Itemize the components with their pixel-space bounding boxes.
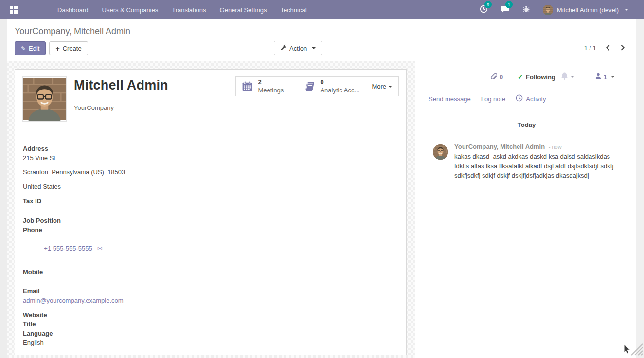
activity-label: Activity	[526, 95, 546, 103]
date-separator-label: Today	[518, 121, 536, 128]
mouse-cursor	[623, 344, 632, 357]
edit-button-label: Edit	[29, 45, 39, 52]
plus-icon: +	[55, 45, 59, 53]
bell-icon	[560, 72, 569, 82]
control-panel: YourCompany, Mitchell Admin ✎ Edit + Cre…	[7, 19, 636, 60]
message-body: kakas dkasd askd akdkas daskd ksa dalsd …	[454, 152, 625, 180]
log-note-button[interactable]: Log note	[481, 94, 506, 103]
city-state-zip-value: Scranton Pennsylvania (US) 18503	[23, 167, 399, 177]
create-button-label: Create	[63, 45, 82, 52]
menu-item-translations[interactable]: Translations	[165, 0, 213, 19]
user-name: Mitchell Admin (devel)	[557, 6, 619, 14]
paperclip-icon	[490, 72, 497, 82]
bug-icon	[522, 5, 530, 15]
email-value-link[interactable]: admin@yourcompany.example.com	[23, 297, 124, 304]
systray: 9 1	[480, 5, 644, 15]
stat-button-box: 2 Meetings	[235, 76, 399, 96]
pager-value: 1 / 1	[584, 44, 596, 52]
more-dropdown-button[interactable]: More	[365, 77, 398, 96]
website-label: Website	[23, 310, 399, 320]
menu-item-general-settings[interactable]: General Settings	[213, 0, 274, 19]
pager-next-button[interactable]	[619, 43, 626, 52]
menu-item-technical[interactable]: Technical	[273, 0, 313, 19]
follower-count: 1	[604, 73, 607, 81]
contact-photo[interactable]	[22, 76, 67, 122]
street-value: 215 Vine St	[23, 153, 399, 162]
phone-label: Phone	[23, 225, 399, 234]
form-view-background: Mitchell Admin YourCompany	[7, 61, 415, 358]
title-label: Title	[23, 320, 399, 329]
breadcrumb[interactable]: YourCompany, Mitchell Admin	[15, 26, 130, 36]
activity-count-badge: 9	[484, 1, 492, 9]
messages-button[interactable]: 1	[501, 5, 510, 15]
meetings-count: 2	[258, 78, 284, 86]
action-dropdown-button[interactable]: Action	[274, 41, 322, 55]
message-author-avatar[interactable]	[433, 144, 448, 160]
record-company-link[interactable]: YourCompany	[74, 104, 168, 111]
message-timestamp: - now	[549, 144, 562, 150]
attachments-button[interactable]: 0	[490, 72, 503, 82]
log-note-label: Log note	[481, 95, 506, 103]
chevron-down-icon	[312, 47, 316, 49]
person-icon	[595, 72, 602, 81]
odoo-app-window: Dashboard Users & Companies Translations…	[0, 0, 644, 358]
stat-button-analytic-accounts[interactable]: 0 Analytic Acc...	[298, 77, 365, 96]
book-icon	[304, 80, 316, 92]
main-menu: Dashboard Users & Companies Translations…	[51, 0, 314, 19]
job-position-label: Job Position	[23, 216, 399, 225]
language-value: English	[23, 338, 399, 347]
action-button-label: Action	[289, 45, 307, 52]
following-button[interactable]: ✓ Following	[518, 73, 555, 81]
mobile-label: Mobile	[23, 268, 399, 277]
left-gutter	[0, 19, 7, 358]
meetings-label: Meetings	[258, 87, 284, 94]
debug-button[interactable]	[522, 5, 530, 15]
menu-item-users-companies[interactable]: Users & Companies	[95, 0, 165, 19]
activities-button[interactable]: 9	[480, 5, 488, 15]
user-avatar-small	[543, 5, 553, 15]
scrollbar-track[interactable]	[636, 19, 644, 358]
activity-clock-icon	[516, 94, 523, 103]
user-menu[interactable]: Mitchell Admin (devel)	[543, 5, 628, 15]
tax-id-label: Tax ID	[23, 197, 399, 206]
chevron-down-icon	[611, 76, 615, 78]
chevron-down-icon	[571, 76, 574, 78]
more-button-label: More	[372, 83, 386, 90]
chatter-message: YourCompany, Mitchell Admin - now kakas …	[433, 144, 623, 180]
analytic-accounts-count: 0	[320, 78, 359, 86]
send-message-button[interactable]: Send message	[429, 94, 471, 103]
pager-previous-button[interactable]	[604, 43, 611, 52]
following-label: Following	[526, 73, 555, 81]
create-button[interactable]: + Create	[49, 41, 88, 55]
date-separator: Today	[426, 121, 627, 128]
phone-value-link[interactable]: +1 555-555-5555	[44, 245, 92, 252]
top-navbar: Dashboard Users & Companies Translations…	[0, 0, 644, 19]
pencil-icon: ✎	[21, 46, 26, 52]
stat-button-meetings[interactable]: 2 Meetings	[236, 77, 298, 96]
tags-label: Tags	[23, 353, 399, 355]
calendar-icon	[241, 80, 253, 92]
chevron-down-icon	[625, 9, 628, 11]
chevron-down-icon	[388, 86, 392, 88]
message-count-badge: 1	[505, 1, 513, 9]
language-label: Language	[23, 329, 399, 338]
apps-grid-icon	[10, 6, 18, 14]
record-title: Mitchell Admin	[74, 78, 168, 93]
edit-button[interactable]: ✎ Edit	[15, 41, 46, 55]
field-group: Address 215 Vine St Scranton Pennsylvani…	[23, 144, 399, 355]
check-icon: ✓	[518, 73, 523, 81]
pager: 1 / 1	[584, 43, 626, 52]
country-value: United States	[23, 182, 399, 191]
message-author[interactable]: YourCompany, Mitchell Admin	[454, 143, 545, 150]
analytic-accounts-label: Analytic Acc...	[320, 87, 359, 94]
menu-item-dashboard[interactable]: Dashboard	[51, 0, 95, 19]
resize-grip[interactable]	[630, 342, 643, 358]
followers-button[interactable]: 1	[595, 72, 615, 81]
apps-menu-button[interactable]	[0, 0, 27, 19]
schedule-activity-button[interactable]: Activity	[516, 94, 546, 103]
send-message-label: Send message	[429, 95, 471, 103]
chatter-panel: 0 ✓ Following	[415, 61, 636, 358]
subscription-bell-button[interactable]	[560, 72, 574, 82]
email-label: Email	[23, 286, 399, 296]
sms-envelope-icon[interactable]: ✉	[97, 245, 103, 252]
